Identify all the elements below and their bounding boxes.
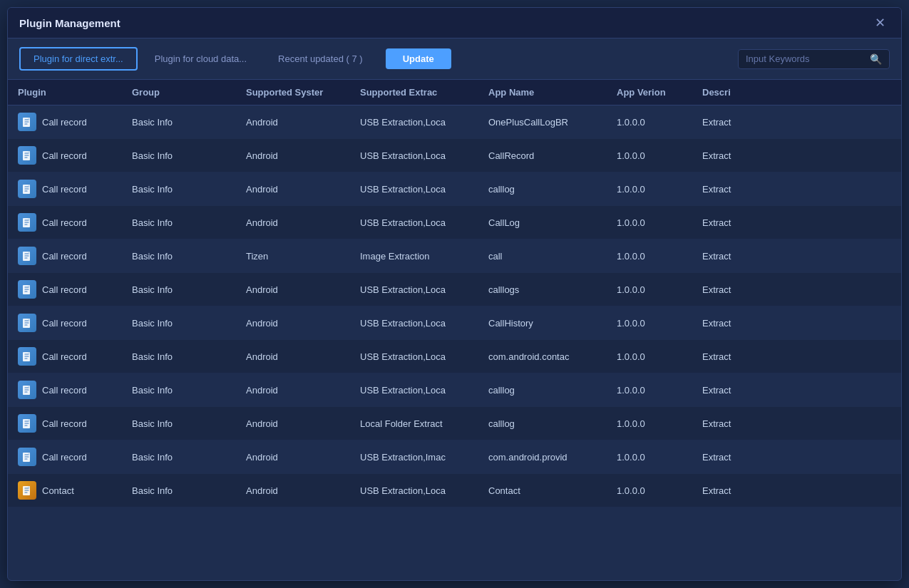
cell-plugin: Call record	[8, 340, 122, 373]
table-row[interactable]: Call record Basic InfoAndroidUSB Extract…	[8, 373, 901, 407]
cell-system: Tizen	[236, 239, 350, 273]
search-icon: 🔍	[870, 53, 882, 65]
cell-group: Basic Info	[122, 474, 236, 507]
cell-system: Android	[236, 139, 350, 172]
cell-desc: Extract	[692, 139, 901, 172]
table-container[interactable]: Plugin Group Supported Syster Supported …	[8, 80, 901, 580]
plugin-name: Call record	[42, 418, 87, 429]
table-body: Call record Basic InfoAndroidUSB Extract…	[8, 105, 901, 507]
cell-plugin: Contact	[8, 474, 122, 507]
cell-extract: USB Extraction,Loca	[350, 273, 478, 306]
table-row[interactable]: Call record Basic InfoAndroidLocal Folde…	[8, 407, 901, 440]
cell-extract: USB Extraction,Loca	[350, 474, 478, 507]
plugin-name: Call record	[42, 318, 87, 329]
cell-extract: USB Extraction,Loca	[350, 139, 478, 172]
plugin-name: Call record	[42, 452, 87, 463]
cell-group: Basic Info	[122, 373, 236, 407]
plugin-icon	[18, 280, 36, 299]
cell-desc: Extract	[692, 273, 901, 306]
cell-appname: Contact	[478, 474, 607, 507]
cell-system: Android	[236, 474, 350, 507]
plugin-name: Call record	[42, 217, 87, 228]
dialog-title: Plugin Management	[19, 17, 120, 29]
cell-desc: Extract	[692, 239, 901, 273]
cell-appname: calllog	[478, 407, 607, 440]
plugin-icon	[18, 347, 36, 366]
plugin-name: Contact	[42, 485, 74, 496]
col-system: Supported Syster	[236, 80, 350, 105]
plugin-icon	[18, 381, 36, 399]
tab-cloud-data[interactable]: Plugin for cloud data...	[140, 47, 261, 71]
search-input[interactable]	[746, 53, 866, 64]
plugin-name: Call record	[42, 117, 87, 128]
cell-plugin: Call record	[8, 172, 122, 206]
cell-version: 1.0.0.0	[607, 239, 692, 273]
table-row[interactable]: Call record Basic InfoTizenImage Extract…	[8, 239, 901, 273]
table-row[interactable]: Call record Basic InfoAndroidUSB Extract…	[8, 105, 901, 139]
cell-appname: calllogs	[478, 273, 607, 306]
cell-group: Basic Info	[122, 407, 236, 440]
cell-group: Basic Info	[122, 139, 236, 172]
col-extract: Supported Extrac	[350, 80, 478, 105]
plugin-name: Call record	[42, 251, 87, 262]
cell-extract: USB Extraction,Imac	[350, 440, 478, 474]
table-row[interactable]: Call record Basic InfoAndroidUSB Extract…	[8, 340, 901, 373]
cell-extract: USB Extraction,Loca	[350, 306, 478, 340]
tab-recent-updated[interactable]: Recent updated ( 7 )	[264, 47, 377, 71]
table-row[interactable]: Call record Basic InfoAndroidUSB Extract…	[8, 440, 901, 474]
cell-group: Basic Info	[122, 105, 236, 139]
cell-appname: CallRecord	[478, 139, 607, 172]
table-row[interactable]: Call record Basic InfoAndroidUSB Extract…	[8, 273, 901, 306]
plugin-icon	[18, 448, 36, 466]
plugin-icon	[18, 146, 36, 165]
title-bar: Plugin Management ✕	[8, 8, 901, 38]
cell-extract: USB Extraction,Loca	[350, 105, 478, 139]
cell-system: Android	[236, 105, 350, 139]
table-row[interactable]: Call record Basic InfoAndroidUSB Extract…	[8, 172, 901, 206]
cell-group: Basic Info	[122, 273, 236, 306]
table-row[interactable]: Call record Basic InfoAndroidUSB Extract…	[8, 139, 901, 172]
plugin-icon	[18, 414, 36, 433]
plugin-name: Call record	[42, 284, 87, 295]
table-row[interactable]: Call record Basic InfoAndroidUSB Extract…	[8, 206, 901, 239]
cell-system: Android	[236, 306, 350, 340]
cell-desc: Extract	[692, 474, 901, 507]
cell-desc: Extract	[692, 440, 901, 474]
col-appname: App Name	[478, 80, 607, 105]
cell-plugin: Call record	[8, 273, 122, 306]
cell-group: Basic Info	[122, 206, 236, 239]
table-row[interactable]: Call record Basic InfoAndroidUSB Extract…	[8, 306, 901, 340]
cell-extract: USB Extraction,Loca	[350, 206, 478, 239]
cell-desc: Extract	[692, 105, 901, 139]
cell-plugin: Call record	[8, 239, 122, 273]
toolbar: Plugin for direct extr... Plugin for clo…	[8, 38, 901, 80]
cell-group: Basic Info	[122, 440, 236, 474]
col-desc: Descri	[692, 80, 901, 105]
cell-plugin: Call record	[8, 440, 122, 474]
search-box: 🔍	[738, 49, 890, 69]
cell-desc: Extract	[692, 373, 901, 407]
plugin-icon	[18, 180, 36, 198]
cell-desc: Extract	[692, 340, 901, 373]
cell-plugin: Call record	[8, 105, 122, 139]
cell-group: Basic Info	[122, 340, 236, 373]
table-header: Plugin Group Supported Syster Supported …	[8, 80, 901, 105]
cell-extract: USB Extraction,Loca	[350, 172, 478, 206]
cell-group: Basic Info	[122, 172, 236, 206]
plugin-management-dialog: Plugin Management ✕ Plugin for direct ex…	[7, 7, 902, 581]
cell-group: Basic Info	[122, 306, 236, 340]
update-button[interactable]: Update	[386, 48, 451, 69]
cell-plugin: Call record	[8, 306, 122, 340]
table-row[interactable]: Contact Basic InfoAndroidUSB Extraction,…	[8, 474, 901, 507]
cell-version: 1.0.0.0	[607, 206, 692, 239]
cell-system: Android	[236, 373, 350, 407]
tab-direct-extract[interactable]: Plugin for direct extr...	[19, 47, 138, 71]
cell-system: Android	[236, 172, 350, 206]
cell-version: 1.0.0.0	[607, 407, 692, 440]
cell-system: Android	[236, 340, 350, 373]
cell-version: 1.0.0.0	[607, 273, 692, 306]
plugin-icon	[18, 481, 36, 500]
cell-system: Android	[236, 206, 350, 239]
cell-appname: calllog	[478, 172, 607, 206]
close-button[interactable]: ✕	[871, 15, 890, 31]
